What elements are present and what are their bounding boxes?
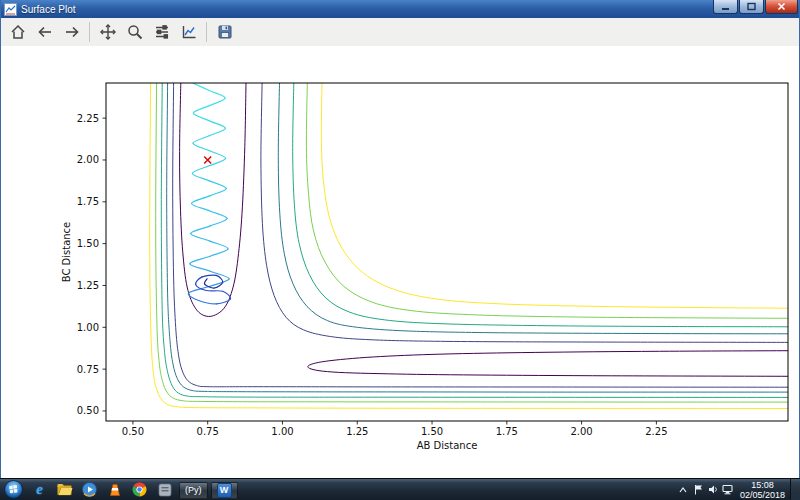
trajectory-segment	[210, 151, 226, 159]
trajectory-segment	[193, 136, 209, 144]
save-button[interactable]	[211, 20, 238, 45]
chevron-up-icon	[679, 487, 687, 493]
clock-date: 02/05/2018	[740, 490, 785, 500]
taskbar-window-button-word[interactable]: W	[211, 482, 238, 499]
generic-app-icon	[158, 483, 172, 497]
taskbar-item-vlc[interactable]	[102, 479, 127, 500]
contour-line-level-0	[308, 351, 788, 377]
trajectory-segment	[190, 256, 210, 264]
edit-plot-button[interactable]	[175, 20, 202, 45]
trajectory-segment	[193, 113, 209, 121]
save-icon	[216, 23, 234, 41]
axes-spines	[106, 83, 788, 421]
show-desktop-button[interactable]	[790, 479, 800, 500]
taskbar-item-file-explorer[interactable]	[52, 479, 77, 500]
trajectory-segment	[196, 277, 202, 285]
taskbar-item-internet-explorer[interactable]: e	[27, 479, 52, 500]
internet-explorer-icon: e	[36, 482, 43, 497]
toolbar-separator	[89, 22, 90, 42]
taskbar-item-chrome[interactable]	[127, 479, 152, 500]
trajectory-segment	[193, 83, 210, 91]
word-icon: W	[217, 483, 232, 498]
window-titlebar[interactable]: Surface Plot	[1, 0, 799, 18]
contour-line-level-4	[156, 83, 788, 402]
taskbar-clock[interactable]: 15:08 02/05/2018	[740, 480, 785, 500]
figure-canvas[interactable]: 0.500.751.001.251.501.752.002.250.500.75…	[1, 46, 799, 478]
configure-subplots-button[interactable]	[148, 20, 175, 45]
minimize-icon	[721, 2, 730, 11]
plot-toolbar	[1, 18, 799, 46]
contour-line-level-0	[180, 83, 246, 316]
volume-icon[interactable]	[706, 479, 721, 500]
contour-line-level-5	[321, 83, 788, 308]
trajectory-segment	[192, 166, 209, 174]
home-icon	[9, 23, 27, 41]
sliders-icon	[153, 23, 171, 41]
y-tick-label: 1.50	[77, 238, 99, 249]
taskbar-item-media-player[interactable]	[77, 479, 102, 500]
y-tick-label: 1.25	[77, 280, 99, 291]
contour-line-level-2	[167, 83, 788, 392]
contour-line-level-2	[278, 83, 788, 334]
red-x-marker	[204, 156, 211, 163]
trajectory-segment	[190, 264, 210, 272]
flag-icon	[694, 484, 703, 495]
trajectory-segment	[216, 275, 223, 282]
zoom-button[interactable]	[121, 20, 148, 45]
trajectory-segment	[210, 188, 227, 196]
figure-window: Surface Plot	[0, 0, 800, 478]
trajectory-segment	[192, 204, 210, 212]
x-tick-label: 1.50	[421, 426, 443, 437]
trajectory-segment	[209, 121, 226, 129]
folder-icon	[57, 483, 73, 496]
forward-button[interactable]	[58, 20, 85, 45]
trajectory-segment	[192, 173, 209, 181]
network-icon[interactable]	[721, 479, 736, 500]
trajectory-segment	[210, 249, 228, 257]
trajectory-segment	[199, 301, 217, 304]
taskbar-window-button-python[interactable]: (Py)	[179, 482, 208, 499]
trajectory-segment	[191, 234, 210, 242]
trajectory-segment	[192, 196, 210, 204]
system-tray: 15:08 02/05/2018	[676, 479, 800, 500]
trajectory-segment	[204, 279, 207, 284]
trajectory-segment	[210, 181, 227, 189]
start-button[interactable]	[0, 479, 27, 500]
x-tick-label: 1.75	[496, 426, 518, 437]
hidden-icons-button[interactable]	[676, 479, 691, 500]
x-tick-label: 1.00	[271, 426, 293, 437]
minimize-button[interactable]	[713, 0, 738, 14]
matplotlib-app-icon	[4, 3, 17, 16]
surface-plot[interactable]: 0.500.751.001.251.501.752.002.250.500.75…	[1, 46, 799, 478]
trajectory-segment	[209, 128, 225, 136]
clock-time: 15:08	[740, 480, 785, 490]
y-tick-label: 0.75	[77, 364, 99, 375]
taskbar-item-generic-app[interactable]	[152, 479, 177, 500]
back-button[interactable]	[31, 20, 58, 45]
pan-button[interactable]	[94, 20, 121, 45]
x-axis-label: AB Distance	[417, 440, 478, 451]
desktop: Surface Plot	[0, 0, 800, 500]
trajectory-segment	[193, 106, 209, 114]
maximize-button[interactable]	[739, 0, 764, 14]
y-tick-label: 1.00	[77, 322, 99, 333]
x-tick-label: 2.25	[645, 426, 667, 437]
vlc-cone-icon	[108, 483, 122, 497]
windows-start-icon	[4, 480, 23, 499]
y-tick-label: 0.50	[77, 405, 99, 416]
window-title: Surface Plot	[21, 4, 712, 15]
contour-line-level-3	[161, 83, 788, 397]
plot-content	[150, 83, 788, 409]
x-tick-label: 1.25	[346, 426, 368, 437]
trajectory-segment	[188, 293, 198, 301]
action-center-icon[interactable]	[691, 479, 706, 500]
chart-icon	[180, 23, 198, 41]
y-tick-label: 2.25	[77, 113, 99, 124]
forward-arrow-icon	[63, 23, 81, 41]
media-player-icon	[82, 482, 97, 497]
speaker-icon	[708, 484, 719, 495]
close-button[interactable]	[765, 0, 798, 14]
network-monitor-icon	[722, 484, 734, 495]
home-button[interactable]	[4, 20, 31, 45]
trajectory-segment	[202, 275, 216, 277]
